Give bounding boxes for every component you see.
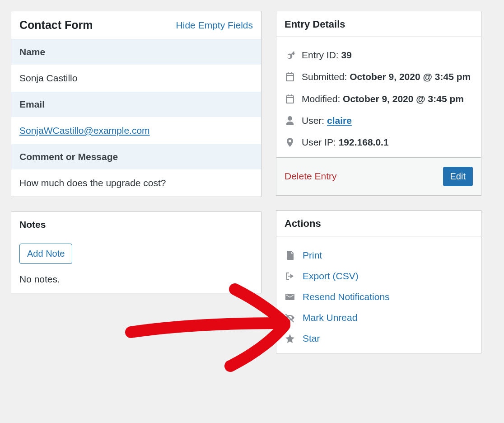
edit-button[interactable]: Edit xyxy=(443,167,473,186)
key-icon xyxy=(285,50,296,61)
action-resend-notifications[interactable]: Resend Notifications xyxy=(285,291,473,302)
email-link[interactable]: SonjaWCastillo@example.com xyxy=(19,125,150,136)
action-mark-unread-label: Mark Unread xyxy=(303,312,357,323)
action-export-label: Export (CSV) xyxy=(303,271,359,282)
envelope-icon xyxy=(285,291,296,302)
location-icon xyxy=(285,137,296,148)
submitted-row: Submitted: October 9, 2020 @ 3:45 pm xyxy=(285,70,473,83)
action-print-label: Print xyxy=(303,250,322,261)
entry-id-label: Entry ID: xyxy=(302,50,341,60)
field-value-name: Sonja Castillo xyxy=(11,65,261,92)
submitted-label: Submitted: xyxy=(302,71,350,82)
delete-entry-link[interactable]: Delete Entry xyxy=(285,171,337,182)
star-icon xyxy=(285,333,296,344)
action-star[interactable]: Star xyxy=(285,333,473,344)
field-label-comment: Comment or Message xyxy=(11,144,261,169)
action-resend-label: Resend Notifications xyxy=(303,291,390,302)
notes-panel: Notes Add Note No notes. xyxy=(11,212,261,293)
actions-panel: Actions Print Export (CSV) xyxy=(276,210,481,353)
submitted-value: October 9, 2020 @ 3:45 pm xyxy=(350,71,471,82)
field-label-email: Email xyxy=(11,92,261,117)
entry-id-value: 39 xyxy=(341,50,352,60)
user-link[interactable]: claire xyxy=(327,115,352,126)
hide-empty-fields-link[interactable]: Hide Empty Fields xyxy=(176,20,253,31)
notes-title: Notes xyxy=(11,212,261,235)
action-export-csv[interactable]: Export (CSV) xyxy=(285,271,473,282)
actions-title: Actions xyxy=(276,211,481,236)
modified-row: Modified: October 9, 2020 @ 3:45 pm xyxy=(285,93,473,105)
entry-details-title: Entry Details xyxy=(276,11,481,37)
action-print[interactable]: Print xyxy=(285,250,473,261)
field-label-name: Name xyxy=(11,39,261,65)
calendar-icon xyxy=(285,71,296,82)
eye-slash-icon xyxy=(285,312,296,323)
add-note-button[interactable]: Add Note xyxy=(19,244,72,264)
action-mark-unread[interactable]: Mark Unread xyxy=(285,312,473,323)
user-ip-value: 192.168.0.1 xyxy=(339,137,389,147)
user-ip-row: User IP: 192.168.0.1 xyxy=(285,136,473,149)
contact-form-title: Contact Form xyxy=(19,19,93,32)
user-label: User: xyxy=(302,115,327,126)
field-value-email: SonjaWCastillo@example.com xyxy=(11,117,261,144)
entry-id-row: Entry ID: 39 xyxy=(285,49,473,61)
modified-value: October 9, 2020 @ 3:45 pm xyxy=(343,94,464,104)
no-notes-text: No notes. xyxy=(19,274,253,285)
calendar-icon xyxy=(285,94,296,104)
action-star-label: Star xyxy=(303,333,320,344)
user-row: User: claire xyxy=(285,114,473,127)
document-icon xyxy=(285,250,296,261)
modified-label: Modified: xyxy=(302,94,343,104)
export-icon xyxy=(285,271,296,282)
entry-details-footer: Delete Entry Edit xyxy=(276,157,481,195)
entry-details-panel: Entry Details Entry ID: 39 Submitted: xyxy=(276,11,481,196)
contact-form-header: Contact Form Hide Empty Fields xyxy=(11,11,261,39)
user-icon xyxy=(285,115,296,126)
contact-form-panel: Contact Form Hide Empty Fields Name Sonj… xyxy=(11,11,261,197)
field-value-comment: How much does the upgrade cost? xyxy=(11,169,261,197)
user-ip-label: User IP: xyxy=(302,137,339,147)
